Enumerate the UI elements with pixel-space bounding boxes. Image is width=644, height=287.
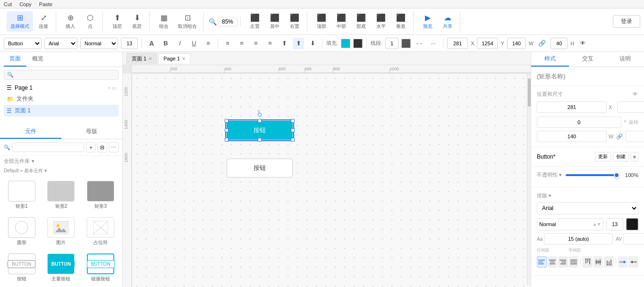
comp-image[interactable]: 图片 <box>43 215 79 248</box>
handle-n[interactable] <box>258 119 262 123</box>
italic-button[interactable]: I <box>174 38 186 49</box>
align-bottom-text-button[interactable]: ⬇ <box>307 38 318 49</box>
rotation-input[interactable] <box>537 117 621 128</box>
add-subpage-icon[interactable]: ＋ <box>107 84 111 91</box>
list-button[interactable]: ≡ <box>203 38 214 49</box>
tab-style[interactable]: 样式 <box>531 52 569 67</box>
group-button[interactable]: ▦ 组合 <box>154 11 173 32</box>
font-family-select[interactable]: Arial <box>44 38 77 49</box>
canvas-tab-1[interactable]: 页面 1 ✕ <box>127 53 157 64</box>
connect-button[interactable]: ⤢ 连接 <box>34 11 53 32</box>
text-valign-middle-button[interactable] <box>593 256 603 268</box>
text-valign-bottom-button[interactable] <box>604 256 614 268</box>
stroke-color1[interactable] <box>401 39 411 48</box>
comp-placeholder[interactable]: 占位符 <box>83 215 119 248</box>
y-input[interactable] <box>617 101 644 113</box>
align-center-text-button[interactable]: ≡ <box>236 38 247 49</box>
comp-primary-button[interactable]: BUTTON 主要按钮 <box>43 252 79 284</box>
align-center-button[interactable]: ⬛ 居中 <box>265 11 284 32</box>
create-component-button[interactable]: 创建 <box>613 152 629 161</box>
component-copy-button[interactable]: ⊟ <box>97 142 107 152</box>
canvas-workspace[interactable]: 按钮 按钮 <box>132 74 531 287</box>
handle-nw[interactable] <box>225 119 229 123</box>
underline-button[interactable]: U <box>188 38 200 49</box>
opacity-slider[interactable] <box>566 174 619 176</box>
share-button[interactable]: ☁ 共享 <box>438 11 457 32</box>
top-layer-button[interactable]: ⬆ 顶层 <box>108 11 127 32</box>
canvas-tab-2-close[interactable]: ✕ <box>182 56 186 61</box>
align-left-text-button[interactable]: ≡ <box>222 38 233 49</box>
fill-color1[interactable] <box>341 39 350 48</box>
visibility-button[interactable]: 👁 <box>577 38 588 49</box>
align-bottom-button[interactable]: ⬛ 部底 <box>352 11 371 32</box>
fill-color2[interactable] <box>353 39 363 48</box>
comp-button[interactable]: BUTTON 按钮 <box>4 252 40 284</box>
component-menu-button[interactable]: ⋯ <box>109 142 119 152</box>
tab-components[interactable]: 元件 <box>0 125 61 139</box>
handle-se[interactable] <box>291 138 295 142</box>
w-input[interactable] <box>537 131 607 142</box>
align-middle-text-button[interactable]: ⬆ <box>293 38 304 49</box>
canvas-tab-1-close[interactable]: ✕ <box>148 56 152 61</box>
font-color-swatch[interactable] <box>626 218 638 230</box>
preview-button[interactable]: ▶ 预览 <box>418 11 437 32</box>
login-button[interactable]: 登录 <box>613 15 640 28</box>
font-size-input[interactable] <box>121 38 138 49</box>
page-item-1[interactable]: ☰ Page 1 ＋ ▭ <box>4 83 119 93</box>
stroke-style-button[interactable]: - - <box>414 38 425 49</box>
expand-icon[interactable]: ▾ <box>32 158 34 164</box>
ungroup-button[interactable]: ⊡ 取消组合 <box>174 11 201 32</box>
stroke-width-input[interactable] <box>385 38 398 49</box>
h-input[interactable] <box>626 131 644 142</box>
align-right-text-button[interactable]: ≡ <box>250 38 262 49</box>
handle-e[interactable] <box>291 128 295 132</box>
stroke-options-button[interactable]: ··· <box>428 38 439 49</box>
visibility-icon[interactable]: 👁 <box>632 91 638 98</box>
lock-aspect-button[interactable]: 🔗 <box>536 38 548 49</box>
menu-cut[interactable]: Cut <box>4 1 12 7</box>
comp-circle[interactable]: 圆形 <box>4 215 40 248</box>
menu-paste[interactable]: Paste <box>39 1 52 7</box>
point-button[interactable]: ⬡ 点 <box>81 11 100 32</box>
component-search-input[interactable] <box>12 143 84 152</box>
insert-button[interactable]: ⊕ 插入 <box>61 11 80 32</box>
comp-rect1[interactable]: 矩形1 <box>4 179 40 211</box>
pages-search-input[interactable] <box>16 72 115 78</box>
active-page-item[interactable]: ☰ 页面 1 <box>4 105 119 117</box>
bold-button[interactable]: B <box>160 38 171 49</box>
align-top-text-button[interactable]: ⬆ <box>279 38 290 49</box>
align-left-button[interactable]: ⬛ 左置 <box>246 11 264 32</box>
comp-rect3[interactable]: 矩形3 <box>83 179 119 211</box>
add-component-button[interactable]: ＋ <box>86 142 95 152</box>
text-valign-top-button[interactable] <box>583 256 593 268</box>
vertical-scrollbar[interactable] <box>527 74 531 287</box>
button-element-2[interactable]: 按钮 <box>227 159 293 177</box>
font-size-right-input[interactable] <box>606 218 623 230</box>
folder-icon-btn[interactable]: ▭ <box>111 85 116 91</box>
x-position-input[interactable] <box>447 38 468 49</box>
tab-overview[interactable]: 概览 <box>26 52 49 67</box>
tab-notes[interactable]: 说明 <box>606 52 644 67</box>
comp-rect2[interactable]: 矩形2 <box>43 179 79 211</box>
text-align-right-button[interactable] <box>558 256 568 268</box>
text-size-button[interactable]: A <box>146 38 157 49</box>
tab-interaction[interactable]: 交互 <box>569 52 607 67</box>
tab-pages[interactable]: 页面 <box>4 52 26 67</box>
menu-copy[interactable]: Copy <box>19 1 32 7</box>
text-align-left-button[interactable] <box>537 256 547 268</box>
horizontal-button[interactable]: ⬛ 水平 <box>372 11 390 32</box>
align-justify-button[interactable]: ≡ <box>264 38 276 49</box>
folder-item[interactable]: 📁 文件夹 <box>4 93 119 105</box>
handle-sw[interactable] <box>225 138 229 142</box>
zoom-display[interactable]: 85% <box>218 17 237 26</box>
text-align-center-button[interactable] <box>548 256 558 268</box>
y-position-input[interactable] <box>477 38 498 49</box>
text-direction-ltr-button[interactable] <box>618 256 628 268</box>
x-input[interactable] <box>537 101 607 113</box>
update-component-button[interactable]: 更新 <box>595 152 611 161</box>
handle-w[interactable] <box>225 128 229 132</box>
tab-masters[interactable]: 母版 <box>61 125 123 139</box>
vertical-button[interactable]: ⬛ 垂直 <box>391 11 410 32</box>
font-family-right-select[interactable]: Arial <box>537 202 638 214</box>
letter-spacing-input[interactable] <box>623 233 644 245</box>
